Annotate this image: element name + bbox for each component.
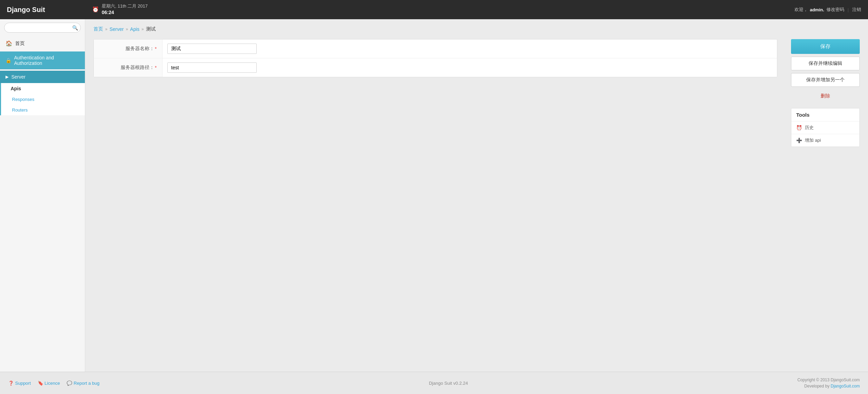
user-area: 欢迎， admin. 修改密码 | 注销 xyxy=(794,7,861,13)
support-icon: ❓ xyxy=(8,381,14,386)
tools-panel: Tools ⏰ 历史 ➕ 增加 api xyxy=(791,108,860,147)
form-container: 服务器名称： * 服务器根路径： * xyxy=(93,39,777,77)
form-wrapper: 服务器名称： * 服务器根路径： * xyxy=(93,39,777,77)
breadcrumb-sep-1: » xyxy=(105,27,108,32)
change-password-link[interactable]: 修改密码 xyxy=(826,7,844,13)
breadcrumb-home[interactable]: 首页 xyxy=(93,26,103,32)
form-and-right-panel: 服务器名称： * 服务器根路径： * xyxy=(93,39,860,147)
time-display: 06:24 xyxy=(102,9,148,15)
responses-link[interactable]: Responses xyxy=(12,97,34,102)
djangosuit-link[interactable]: DjangoSuit.com xyxy=(831,384,860,389)
licence-link[interactable]: 🔖 Licence xyxy=(38,381,60,386)
server-root-field xyxy=(163,58,777,77)
logout-link[interactable]: 注销 xyxy=(852,7,861,13)
apis-label: Apis xyxy=(11,86,21,91)
required-marker-2: * xyxy=(155,65,157,70)
search-wrapper: 🔍 xyxy=(4,23,81,33)
breadcrumb-current: 测试 xyxy=(146,26,156,32)
date-display: 星期六, 11th 二月 2017 xyxy=(102,3,148,9)
sidebar-sub-routers[interactable]: Routers xyxy=(1,105,85,115)
sidebar-auth-header[interactable]: 🔒 Authentication and Authorization xyxy=(0,51,85,69)
add-api-link[interactable]: 增加 api xyxy=(805,137,821,143)
routers-link[interactable]: Routers xyxy=(12,107,28,113)
right-panel: 保存 保存并继续编辑 保存并增加另一个 删除 Tools ⏰ 历史 ➕ 增加 a… xyxy=(784,39,860,147)
required-marker: * xyxy=(155,46,157,51)
sidebar-auth-section: 🔒 Authentication and Authorization xyxy=(0,51,85,69)
server-root-input[interactable] xyxy=(167,62,257,73)
time-block: 星期六, 11th 二月 2017 06:24 xyxy=(102,3,148,15)
add-icon: ➕ xyxy=(796,138,802,143)
breadcrumb-server[interactable]: Server xyxy=(110,26,124,32)
datetime-display: ⏰ 星期六, 11th 二月 2017 06:24 xyxy=(92,3,148,15)
server-name-input[interactable] xyxy=(167,44,257,54)
developed-text: Developed by DjangoSuit.com xyxy=(797,383,860,389)
version-text: Django Suit v0.2.24 xyxy=(429,381,468,386)
top-header: Django Suit ⏰ 星期六, 11th 二月 2017 06:24 欢迎… xyxy=(0,0,868,19)
sidebar-sub-responses[interactable]: Responses xyxy=(1,94,85,105)
tools-title: Tools xyxy=(791,108,859,121)
home-icon: 🏠 xyxy=(5,40,12,47)
save-button[interactable]: 保存 xyxy=(791,39,860,54)
save-add-another-button[interactable]: 保存并增加另一个 xyxy=(791,73,860,87)
server-root-label: 服务器根路径： * xyxy=(94,58,163,77)
sidebar-server-section: ▶ Server Apis Responses Routers xyxy=(0,71,85,115)
footer: ❓ Support 🔖 Licence 💬 Report a bug Djang… xyxy=(0,372,868,394)
lock-icon: 🔒 xyxy=(5,58,11,63)
server-name-field xyxy=(163,39,777,58)
support-link[interactable]: ❓ Support xyxy=(8,381,31,386)
delete-button[interactable]: 删除 xyxy=(791,90,860,103)
tool-add-api[interactable]: ➕ 增加 api xyxy=(791,134,859,147)
username-display: admin. xyxy=(810,7,824,12)
sidebar: 🔍 🏠 首页 🔒 Authentication and Authorizatio… xyxy=(0,19,85,372)
breadcrumb-sep-3: » xyxy=(142,27,144,32)
sidebar-server-label: Server xyxy=(11,74,25,80)
form-row-server-name: 服务器名称： * xyxy=(94,39,777,58)
breadcrumb-apis[interactable]: Apis xyxy=(130,26,140,32)
main-content: 首页 » Server » Apis » 测试 服务器名称： * xyxy=(85,19,868,372)
sidebar-server-item[interactable]: ▶ Server xyxy=(0,71,85,83)
save-continue-button[interactable]: 保存并继续编辑 xyxy=(791,57,860,70)
footer-right: Copyright © 2013 DjangoSuit.com Develope… xyxy=(797,377,860,389)
form-row-server-root: 服务器根路径： * xyxy=(94,58,777,77)
sidebar-search-container: 🔍 xyxy=(4,23,81,33)
main-layout: 🔍 🏠 首页 🔒 Authentication and Authorizatio… xyxy=(0,19,868,372)
tool-history[interactable]: ⏰ 历史 xyxy=(791,121,859,134)
breadcrumb: 首页 » Server » Apis » 测试 xyxy=(93,26,860,32)
sidebar-home-label: 首页 xyxy=(15,40,25,47)
search-icon-button[interactable]: 🔍 xyxy=(72,25,78,31)
welcome-text: 欢迎， xyxy=(794,7,808,13)
bug-icon: 💬 xyxy=(67,381,72,386)
search-input[interactable] xyxy=(4,23,81,33)
sidebar-sub-items: Apis Responses Routers xyxy=(0,83,85,115)
sidebar-auth-label: Authentication and Authorization xyxy=(14,55,79,66)
divider: | xyxy=(848,7,849,12)
copyright-text: Copyright © 2013 DjangoSuit.com xyxy=(797,377,860,383)
footer-links: ❓ Support 🔖 Licence 💬 Report a bug xyxy=(8,381,100,386)
licence-icon: 🔖 xyxy=(38,381,43,386)
sidebar-item-home[interactable]: 🏠 首页 xyxy=(0,37,85,50)
history-link[interactable]: 历史 xyxy=(805,125,814,131)
app-logo: Django Suit xyxy=(7,6,92,14)
chevron-right-icon: ▶ xyxy=(5,74,9,79)
footer-center: Django Suit v0.2.24 xyxy=(100,381,798,386)
history-icon: ⏰ xyxy=(796,125,802,130)
clock-icon: ⏰ xyxy=(92,6,99,13)
report-bug-link[interactable]: 💬 Report a bug xyxy=(67,381,99,386)
sidebar-sub-apis[interactable]: Apis xyxy=(1,83,85,94)
breadcrumb-sep-2: » xyxy=(126,27,128,32)
server-name-label: 服务器名称： * xyxy=(94,39,163,58)
